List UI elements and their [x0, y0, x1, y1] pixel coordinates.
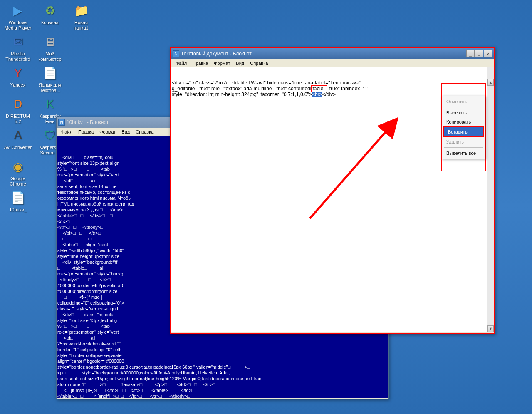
menu-item[interactable]: Формат — [97, 129, 119, 135]
app-icon: ♻ — [42, 2, 58, 19]
icon-label: Google Chrome — [3, 176, 32, 187]
desktop-icon[interactable]: ✉Mozilla Thunderbird — [3, 33, 32, 62]
menu-divider — [444, 147, 483, 148]
menu-item[interactable]: Файл — [173, 60, 190, 67]
desktop-icon[interactable]: DDIRECTUM 5.2 — [3, 96, 32, 124]
context-menu-item[interactable]: Выделить все — [442, 149, 485, 158]
icon-label: Корзина — [35, 20, 64, 25]
desktop-icon[interactable]: 📄10bukv_ — [3, 189, 32, 213]
icon-label: Ярлык для Текстов... — [35, 82, 64, 93]
menu-item[interactable]: Вид — [119, 129, 133, 135]
app-icon: A — [10, 127, 26, 144]
menu-item[interactable]: Правка — [190, 60, 211, 67]
app-icon: D — [10, 96, 26, 112]
app-icon: 🛡 — [42, 127, 58, 144]
close-button[interactable]: ✕ — [484, 50, 492, 57]
desktop-icon[interactable]: ▶Windows Media Player — [3, 2, 32, 31]
notepad-window-front[interactable]: N Текстовый документ - Блокнот _ □ ✕ Фай… — [170, 47, 495, 334]
window-buttons: _ □ ✕ — [466, 50, 492, 57]
menubar[interactable]: ФайлПравкаФорматВидСправка — [171, 59, 494, 67]
app-icon: ▶ — [10, 2, 26, 19]
icon-label: Avi Converter — [3, 145, 32, 150]
app-icon: 📁 — [73, 2, 89, 19]
menu-item[interactable]: Справка — [247, 60, 271, 67]
icon-label: Новая папка1 — [67, 20, 96, 31]
icon-label: Yandex — [3, 82, 32, 88]
context-menu[interactable]: ОтменитьВырезатьКопироватьВставитьУдалит… — [442, 96, 485, 159]
notepad-icon: N — [173, 50, 179, 57]
titlebar[interactable]: N Текстовый документ - Блокнот _ □ ✕ — [171, 48, 494, 59]
menu-item[interactable]: Вид — [233, 60, 247, 67]
desktop-icon[interactable]: 🖥Мой компьютер — [35, 33, 64, 62]
selected-text: <br> — [312, 92, 322, 97]
maximize-button[interactable]: □ — [475, 50, 483, 57]
menu-item[interactable]: Справка — [133, 129, 156, 135]
app-icon: 📄 — [10, 189, 26, 206]
context-menu-item[interactable]: Вырезать — [442, 108, 485, 117]
icon-label: Мой компьютер — [35, 51, 64, 62]
text-editor[interactable]: <div id=":ki" class="Am Al editable LW-a… — [171, 67, 494, 332]
desktop-icon[interactable]: ♻Корзина — [35, 2, 64, 25]
context-menu-item[interactable]: Вставить — [443, 126, 484, 137]
app-icon: ✉ — [10, 33, 26, 50]
scroll-up-button[interactable]: ▲ — [487, 79, 494, 86]
vertical-scrollbar[interactable]: ▲ ▼ — [487, 67, 494, 332]
menu-item[interactable]: Формат — [211, 60, 233, 67]
context-menu-item[interactable]: Копировать — [442, 117, 485, 126]
minimize-button[interactable]: _ — [466, 50, 475, 57]
notepad-icon: N — [58, 119, 65, 126]
app-icon: Y — [10, 64, 26, 81]
desktop-icon[interactable]: 📁Новая папка1 — [67, 2, 96, 31]
menu-divider — [444, 107, 483, 107]
context-menu-highlight: ОтменитьВырезатьКопироватьВставитьУдалит… — [441, 83, 486, 171]
icon-label: DIRECTUM 5.2 — [3, 114, 32, 124]
app-icon: 🖥 — [42, 33, 58, 50]
app-icon: ◉ — [10, 158, 26, 175]
desktop-icon[interactable]: ◉Google Chrome — [3, 158, 32, 187]
menu-item[interactable]: Файл — [58, 129, 75, 135]
icon-label: 10bukv_ — [3, 207, 32, 213]
context-menu-item: Удалить — [442, 137, 485, 146]
icon-label: Windows Media Player — [3, 20, 32, 31]
menu-item[interactable]: Правка — [75, 129, 97, 135]
app-icon: 📄 — [42, 64, 58, 81]
icon-label: Mozilla Thunderbird — [3, 51, 32, 62]
desktop-icon[interactable]: AAvi Converter — [3, 127, 32, 150]
context-menu-item: Отменить — [442, 97, 485, 106]
app-icon: K — [42, 96, 58, 112]
window-title: Текстовый документ - Блокнот — [181, 51, 466, 57]
scroll-down-button[interactable]: ▼ — [487, 325, 494, 332]
desktop-icon[interactable]: YYandex — [3, 64, 32, 88]
desktop-icon[interactable]: 📄Ярлык для Текстов... — [35, 64, 64, 93]
